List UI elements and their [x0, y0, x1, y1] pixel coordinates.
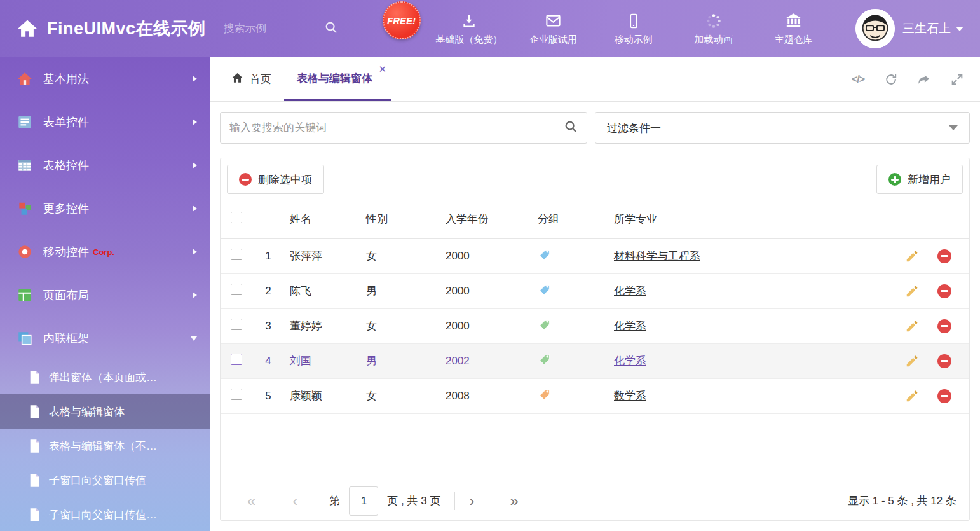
delete-icon[interactable] [937, 319, 951, 333]
delete-icon[interactable] [937, 354, 951, 368]
column-header-actions [896, 200, 969, 238]
user-name: 三生石上 [902, 20, 951, 37]
sidebar-item-page-layout[interactable]: 页面布局 [0, 273, 210, 317]
major-link[interactable]: 化学系 [614, 285, 646, 297]
nav-item-enterprise-trial[interactable]: 企业版试用 [524, 11, 583, 46]
row-checkbox[interactable] [231, 284, 242, 295]
sidebar-item-label: 页面布局 [43, 287, 89, 303]
edit-icon[interactable] [905, 284, 919, 298]
sidebar-item-form-controls[interactable]: 表单控件 [0, 100, 210, 144]
frame-icon [17, 330, 33, 347]
row-gender: 女 [364, 238, 443, 273]
major-link[interactable]: 化学系 [614, 355, 646, 367]
home-icon [231, 72, 243, 87]
nav-item-label: 加载动画 [695, 34, 733, 46]
close-icon[interactable]: ✕ [378, 64, 386, 74]
select-all-checkbox[interactable] [231, 212, 242, 223]
major-link[interactable]: 数学系 [614, 390, 646, 402]
search-icon[interactable] [564, 120, 578, 136]
edit-icon[interactable] [905, 249, 919, 263]
user-menu[interactable]: 三生石上 [855, 9, 963, 48]
spinner-icon [705, 11, 722, 29]
row-checkbox[interactable] [231, 319, 242, 330]
filter-dropdown-value: 过滤条件一 [607, 121, 661, 135]
minus-circle-icon [239, 173, 252, 186]
delete-selected-button[interactable]: 删除选中项 [227, 165, 324, 194]
grid-toolbar: 删除选中项 新增用户 [221, 158, 969, 200]
search-icon[interactable] [324, 20, 338, 37]
sidebar-item-inline-frame[interactable]: 内联框架 [0, 317, 210, 360]
record-count-summary: 显示 1 - 5 条 , 共 12 条 [848, 493, 956, 508]
table-row[interactable]: 1 张萍萍 女 2000 材料科学与工程系 [221, 238, 969, 273]
row-year: 2002 [443, 343, 535, 378]
delete-icon[interactable] [937, 284, 951, 298]
fullscreen-icon[interactable] [949, 72, 965, 87]
nav-item-loading-animation[interactable]: 加载动画 [684, 11, 743, 46]
add-user-button[interactable]: 新增用户 [876, 165, 963, 194]
keyword-search-box [220, 112, 587, 144]
tab-home[interactable]: 首页 [219, 57, 284, 101]
refresh-icon[interactable] [883, 72, 899, 87]
sidebar-item-more-controls[interactable]: 更多控件 [0, 187, 210, 230]
tab-label: 首页 [250, 72, 271, 86]
avatar [855, 9, 895, 48]
nav-item-label: 基础版（免费） [436, 34, 503, 46]
sidebar-subitem-label: 表格与编辑窗体 [49, 404, 125, 419]
sidebar-item-mobile-controls[interactable]: 移动控件 Corp. [0, 230, 210, 273]
chevron-right-icon [193, 76, 197, 82]
page-total-label: 页 , 共 3 页 [387, 493, 440, 508]
table-row[interactable]: 5 康颖颖 女 2008 数学系 [221, 378, 969, 413]
header-nav: 基础版（免费） 企业版试用 移动示例 加载动画 [436, 11, 823, 46]
nav-item-theme-store[interactable]: 主题仓库 [765, 11, 823, 46]
plus-circle-icon [888, 173, 901, 186]
edit-icon[interactable] [905, 319, 919, 333]
major-link[interactable]: 材料科学与工程系 [614, 250, 700, 262]
page-number-input[interactable]: 1 [349, 486, 378, 516]
row-checkbox[interactable] [231, 249, 242, 260]
sidebar-item-label: 更多控件 [43, 201, 89, 216]
delete-icon[interactable] [937, 389, 951, 403]
pagination-bar: « ‹ 第 1 页 , 共 3 页 › » 显示 1 - 5 条 , 共 12 … [221, 481, 969, 520]
last-page-icon[interactable]: » [510, 493, 518, 509]
next-page-icon[interactable]: › [469, 493, 474, 509]
major-link[interactable]: 化学系 [614, 320, 646, 332]
table-row[interactable]: 4 刘国 男 2002 化学系 [221, 343, 969, 378]
sidebar-item-basic-usage[interactable]: 基本用法 [0, 57, 210, 100]
first-page-icon[interactable]: « [247, 493, 255, 509]
row-checkbox[interactable] [231, 389, 242, 400]
sidebar-subitem[interactable]: 表格与编辑窗体 [0, 394, 210, 429]
table-row[interactable]: 3 董婷婷 女 2000 化学系 [221, 308, 969, 343]
previous-page-icon[interactable]: ‹ [292, 493, 297, 509]
source-code-icon[interactable]: </> [850, 72, 866, 87]
sidebar-item-grid-controls[interactable]: 表格控件 [0, 144, 210, 187]
tag-icon [538, 282, 552, 296]
file-icon [29, 371, 40, 384]
share-icon[interactable] [916, 72, 932, 87]
table-row[interactable]: 2 陈飞 男 2000 化学系 [221, 273, 969, 308]
sidebar-subitem[interactable]: 弹出窗体（本页面或… [0, 360, 210, 394]
sidebar-subitem[interactable]: 表格与编辑窗体（不… [0, 429, 210, 463]
nav-item-basic-edition[interactable]: 基础版（免费） [436, 11, 503, 46]
sidebar-subitem[interactable]: 子窗口向父窗口传值… [0, 497, 210, 531]
keyword-search-input[interactable] [229, 121, 564, 134]
row-checkbox[interactable] [231, 354, 242, 365]
header-search-input[interactable] [224, 22, 324, 35]
brand-home-icon[interactable] [17, 18, 38, 39]
tab-grid-edit-window[interactable]: 表格与编辑窗体 ✕ [284, 57, 391, 101]
table-body: 1 张萍萍 女 2000 材料科学与工程系 [221, 238, 969, 413]
layout-icon [17, 287, 33, 303]
edit-icon[interactable] [905, 389, 919, 403]
delete-icon[interactable] [937, 249, 951, 263]
sidebar-subitem[interactable]: 子窗口向父窗口传值 [0, 463, 210, 497]
filter-dropdown[interactable]: 过滤条件一 [595, 112, 970, 144]
mobile-icon [625, 11, 642, 29]
column-header-gender: 性别 [364, 200, 443, 238]
nav-item-mobile-demo[interactable]: 移动示例 [604, 11, 663, 46]
column-header-year: 入学年份 [443, 200, 535, 238]
edit-icon[interactable] [905, 354, 919, 368]
tab-label: 表格与编辑窗体 [297, 71, 372, 86]
app-title: FineUIMvc在线示例 [47, 17, 206, 40]
chevron-down-icon [949, 125, 958, 130]
row-name: 董婷婷 [287, 308, 364, 343]
chevron-right-icon [193, 119, 197, 125]
